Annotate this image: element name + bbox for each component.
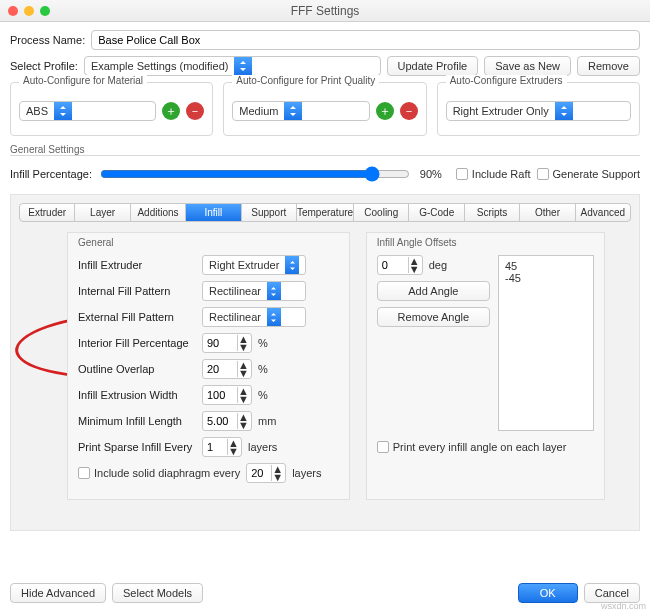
settings-tabs: ExtruderLayerAdditionsInfillSupportTempe…: [19, 203, 631, 222]
chevron-updown-icon: [234, 57, 252, 75]
tab-additions[interactable]: Additions: [131, 204, 186, 221]
external-fill-pattern-dropdown[interactable]: Rectilinear: [202, 307, 306, 327]
tab-layer[interactable]: Layer: [75, 204, 130, 221]
titlebar: FFF Settings: [0, 0, 650, 22]
process-name-input[interactable]: [91, 30, 640, 50]
tab-g-code[interactable]: G-Code: [409, 204, 464, 221]
settings-window: FFF Settings Process Name: Select Profil…: [0, 0, 650, 613]
material-dropdown[interactable]: ABS: [19, 101, 156, 121]
remove-button[interactable]: Remove: [577, 56, 640, 76]
chevron-updown-icon: [555, 102, 573, 120]
tab-other[interactable]: Other: [520, 204, 575, 221]
chevron-updown-icon: [267, 308, 281, 326]
remove-angle-button[interactable]: Remove Angle: [377, 307, 490, 327]
list-item[interactable]: -45: [505, 272, 587, 284]
select-profile-dropdown[interactable]: Example Settings (modified): [84, 56, 381, 76]
add-material-button[interactable]: ＋: [162, 102, 180, 120]
save-as-new-button[interactable]: Save as New: [484, 56, 571, 76]
auto-config-quality-group: Auto-Configure for Print Quality Medium …: [223, 82, 426, 136]
update-profile-button[interactable]: Update Profile: [387, 56, 479, 76]
general-settings-title: General Settings: [10, 144, 640, 155]
quality-dropdown[interactable]: Medium: [232, 101, 369, 121]
chevron-updown-icon: [267, 282, 281, 300]
window-title: FFF Settings: [0, 4, 650, 18]
chevron-updown-icon: [285, 256, 299, 274]
diaphragm-every-stepper[interactable]: ▲▼: [246, 463, 286, 483]
tab-infill[interactable]: Infill: [186, 204, 241, 221]
chevron-updown-icon: [54, 102, 72, 120]
generate-support-checkbox[interactable]: Generate Support: [537, 168, 640, 180]
infill-extruder-dropdown[interactable]: Right Extruder: [202, 255, 306, 275]
minimum-infill-length-stepper[interactable]: ▲▼: [202, 411, 252, 431]
include-solid-diaphragm-checkbox[interactable]: Include solid diaphragm every: [78, 467, 240, 479]
outline-overlap-stepper[interactable]: ▲▼: [202, 359, 252, 379]
infill-percentage-slider[interactable]: [98, 164, 408, 184]
list-item[interactable]: 45: [505, 260, 587, 272]
add-angle-button[interactable]: Add Angle: [377, 281, 490, 301]
angle-offset-stepper[interactable]: ▲▼: [377, 255, 423, 275]
angle-offsets-listbox[interactable]: 45-45: [498, 255, 594, 431]
select-models-button[interactable]: Select Models: [112, 583, 203, 603]
remove-material-button[interactable]: －: [186, 102, 204, 120]
ok-button[interactable]: OK: [518, 583, 578, 603]
tab-temperature[interactable]: Temperature: [297, 204, 354, 221]
auto-config-extruders-group: Auto-Configure Extruders Right Extruder …: [437, 82, 640, 136]
select-profile-label: Select Profile:: [10, 60, 78, 72]
hide-advanced-button[interactable]: Hide Advanced: [10, 583, 106, 603]
tab-cooling[interactable]: Cooling: [354, 204, 409, 221]
include-raft-checkbox[interactable]: Include Raft: [456, 168, 531, 180]
auto-config-material-group: Auto-Configure for Material ABS ＋ －: [10, 82, 213, 136]
infill-extrusion-width-stepper[interactable]: ▲▼: [202, 385, 252, 405]
process-name-label: Process Name:: [10, 34, 85, 46]
infill-percentage-value: 90%: [420, 168, 442, 180]
watermark: wsxdn.com: [601, 601, 646, 611]
extruders-dropdown[interactable]: Right Extruder Only: [446, 101, 631, 121]
add-quality-button[interactable]: ＋: [376, 102, 394, 120]
tab-scripts[interactable]: Scripts: [465, 204, 520, 221]
print-every-infill-angle-checkbox[interactable]: Print every infill angle on each layer: [377, 441, 594, 453]
print-sparse-infill-every-stepper[interactable]: ▲▼: [202, 437, 242, 457]
tab-advanced[interactable]: Advanced: [576, 204, 630, 221]
infill-general-group: General Infill Extruder Right Extruder I…: [67, 232, 350, 500]
remove-quality-button[interactable]: －: [400, 102, 418, 120]
tab-extruder[interactable]: Extruder: [20, 204, 75, 221]
infill-angle-offsets-group: Infill Angle Offsets ▲▼ deg: [366, 232, 605, 500]
chevron-updown-icon: [284, 102, 302, 120]
cancel-button[interactable]: Cancel: [584, 583, 640, 603]
infill-percentage-label: Infill Percentage:: [10, 168, 92, 180]
internal-fill-pattern-dropdown[interactable]: Rectilinear: [202, 281, 306, 301]
tab-support[interactable]: Support: [242, 204, 297, 221]
interior-fill-percentage-stepper[interactable]: ▲▼: [202, 333, 252, 353]
